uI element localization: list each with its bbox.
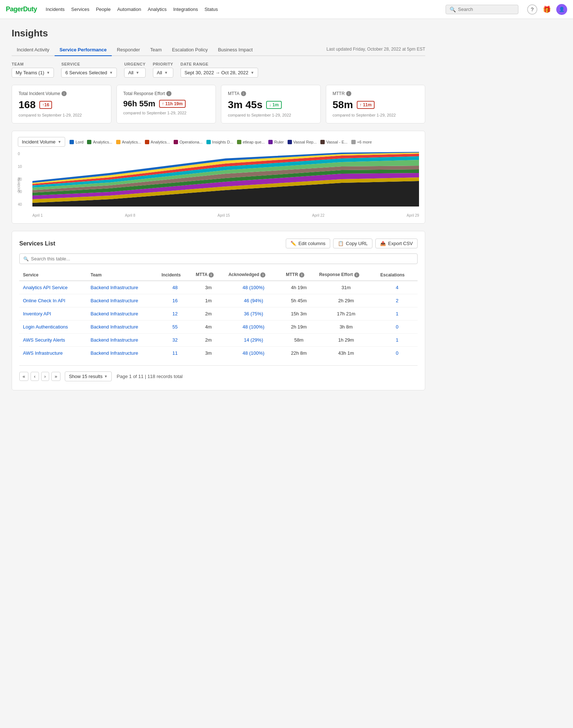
tab-service-performance[interactable]: Service Performance [55,44,112,56]
copy-url-button[interactable]: 📋 Copy URL [333,239,372,248]
x-label-april8: April 8 [125,213,135,217]
kpi-total-incident-volume: Total Incident Volume i 168 ↑16 compared… [12,85,111,123]
cell-response-effort: 2h 29m [316,294,377,307]
info-icon[interactable]: i [241,91,246,96]
cell-escalations: 0 [377,320,418,334]
team-link[interactable]: Backend Infrastructure [91,285,138,290]
team-link[interactable]: Backend Infrastructure [91,311,138,316]
service-link[interactable]: AWS Security Alerts [23,337,65,343]
service-link[interactable]: Inventory API [23,311,51,316]
nav-integrations[interactable]: Integrations [173,7,198,12]
cell-escalations: 1 [377,334,418,347]
kpi-mtta: MTTA i 3m 45s ↓ 1m compared to September… [221,85,321,123]
last-page-button[interactable]: » [51,372,60,381]
next-page-button[interactable]: › [41,372,49,381]
team-link[interactable]: Backend Infrastructure [91,298,138,303]
nav-incidents[interactable]: Incidents [46,7,65,12]
cell-mtta: 2m [192,307,225,320]
cell-escalations: 4 [377,281,418,294]
table-search-input[interactable] [31,256,414,261]
info-icon[interactable]: i [209,272,214,278]
team-select[interactable]: My Teams (1) ▼ [12,68,54,78]
prev-page-button[interactable]: ‹ [31,372,39,381]
chevron-down-icon: ▼ [136,71,139,75]
cell-incidents: 48 [158,281,192,294]
table-body: Analytics API Service Backend Infrastruc… [19,281,418,359]
copy-icon: 📋 [338,241,344,246]
first-page-button[interactable]: « [19,372,28,381]
service-link[interactable]: Analytics API Service [23,285,68,290]
chart-dropdown[interactable]: Incident Volume ▼ [18,137,65,147]
edit-icon: ✏️ [291,241,296,246]
cell-acknowledged: 14 (29%) [225,334,282,347]
table-header: Services List ✏️ Edit columns 📋 Copy URL… [19,239,418,248]
search-input[interactable] [458,7,514,12]
cell-mtta: 3m [192,281,225,294]
info-icon[interactable]: i [166,91,171,96]
team-link[interactable]: Backend Infrastructure [91,350,138,356]
cell-team: Backend Infrastructure [87,320,158,334]
priority-select[interactable]: All ▼ [153,68,173,78]
cell-team: Backend Infrastructure [87,307,158,320]
help-icon[interactable]: ? [527,4,537,15]
team-link[interactable]: Backend Infrastructure [91,324,138,330]
legend-color [145,140,149,144]
date-select[interactable]: Sept 30, 2022 → Oct 28, 2022 ▼ [181,68,258,78]
info-icon[interactable]: i [299,272,304,278]
cell-service: Analytics API Service [19,281,87,294]
kpi-label: MTTR i [333,91,419,96]
legend-item: Lord [70,140,83,144]
legend-color [288,140,292,144]
date-filter: DATE RANGE Sept 30, 2022 → Oct 28, 2022 … [181,62,258,78]
info-icon[interactable]: i [346,91,351,96]
cell-mtta: 3m [192,347,225,360]
legend-item: Vassal Rep... [288,140,317,144]
stacked-chart [32,152,419,206]
kpi-label: Total Response Effort i [123,91,209,96]
service-link[interactable]: Login Authentications [23,324,68,330]
service-link[interactable]: Online Check In API [23,298,65,303]
legend-color [70,140,74,144]
gift-icon[interactable]: 🎁 [542,4,552,15]
service-select[interactable]: 6 Services Selected ▼ [61,68,117,78]
export-csv-button[interactable]: 📤 Export CSV [375,239,418,248]
legend-label: Lord [75,140,83,144]
chevron-down-icon: ▼ [104,374,108,378]
urgency-select[interactable]: All ▼ [124,68,146,78]
search-bar: 🔍 [446,5,518,14]
nav-services[interactable]: Services [71,7,90,12]
last-updated: Last updated Friday, October 28, 2022 at… [327,47,425,55]
tab-business-impact[interactable]: Business Impact [213,44,258,56]
info-icon[interactable]: i [62,91,67,96]
avatar[interactable]: 👤 [556,4,567,15]
cell-service: Online Check In API [19,294,87,307]
team-link[interactable]: Backend Infrastructure [91,337,138,343]
col-mttr: MTTR i [282,269,315,281]
nav-automation[interactable]: Automation [117,7,141,12]
service-link[interactable]: AWS Infrastructure [23,350,63,356]
info-icon[interactable]: i [260,272,265,278]
edit-columns-button[interactable]: ✏️ Edit columns [286,239,330,248]
kpi-compared: compared to September 1-29, 2022 [333,113,419,117]
cell-acknowledged: 48 (100%) [225,281,282,294]
table-title: Services List [19,240,55,247]
legend-color [174,140,178,144]
filters: TEAM My Teams (1) ▼ SERVICE 6 Services S… [12,62,425,78]
tab-responder[interactable]: Responder [112,44,145,56]
tab-incident-activity[interactable]: Incident Activity [12,44,55,56]
nav-status[interactable]: Status [205,7,218,12]
cell-acknowledged: 48 (100%) [225,347,282,360]
legend-color [206,140,211,144]
nav-analytics[interactable]: Analytics [148,7,167,12]
kpi-value: 3m 45s [228,99,262,111]
tab-escalation-policy[interactable]: Escalation Policy [167,44,213,56]
nav-people[interactable]: People [96,7,110,12]
show-results-dropdown[interactable]: Show 15 results ▼ [65,371,111,381]
info-icon[interactable]: i [354,272,359,278]
cell-mttr: 4h 19m [282,281,315,294]
urgency-filter: URGENCY All ▼ [124,62,146,78]
col-incidents: Incidents [158,269,192,281]
kpi-compared: compared to September 1-29, 2022 [19,113,104,117]
tab-team[interactable]: Team [145,44,167,56]
legend-color [116,140,120,144]
